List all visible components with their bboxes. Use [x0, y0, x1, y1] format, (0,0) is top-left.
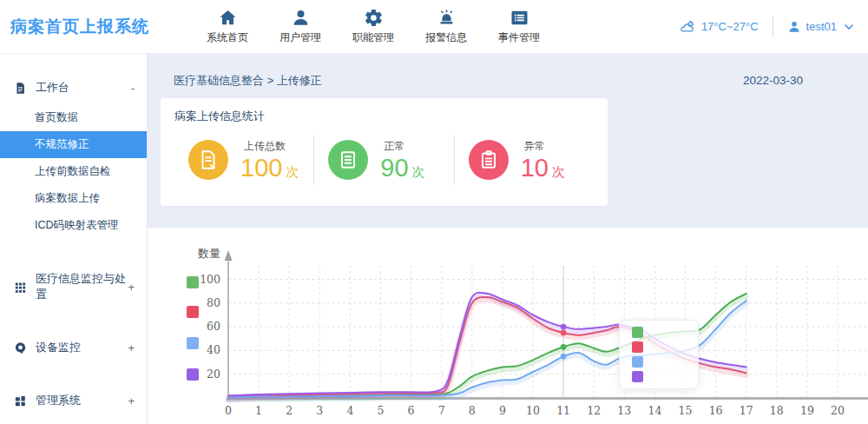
stat-unit: 次: [286, 164, 299, 179]
nav-label: 系统首页: [207, 30, 248, 45]
svg-text:2: 2: [286, 404, 293, 417]
sidebar-section-device-monitor[interactable]: 设备监控 +: [0, 335, 147, 361]
grid-icon: [14, 281, 27, 294]
sidebar-item-precheck[interactable]: 上传前数据自检: [0, 158, 147, 185]
svg-text:0: 0: [225, 404, 232, 417]
svg-text:80: 80: [207, 296, 220, 309]
device-monitor-icon: [14, 341, 27, 354]
alarm-icon: [437, 8, 457, 28]
legend-swatch-purple[interactable]: [187, 368, 199, 381]
document-icon: [14, 82, 27, 95]
svg-text:4: 4: [346, 404, 353, 417]
sidebar-section-medical-monitor[interactable]: 医疗信息监控与处置 +: [0, 266, 147, 308]
svg-text:7: 7: [438, 404, 445, 417]
nav-item-function-mgmt[interactable]: 职能管理: [352, 8, 395, 45]
stat-texts: 上传总数 100次: [240, 139, 299, 181]
tooltip-swatch-red: [632, 341, 643, 353]
legend-swatch-blue[interactable]: [187, 337, 199, 349]
header-divider: [773, 17, 773, 37]
stat-unit: 次: [412, 164, 425, 179]
svg-text:100: 100: [200, 273, 220, 286]
stat-total-circle: [188, 140, 228, 180]
nav-label: 用户管理: [279, 30, 321, 45]
legend-swatch-red[interactable]: [187, 306, 199, 318]
app-title: 病案首页上报系统: [10, 16, 206, 38]
upload-stats-card: 病案上传信息统计 上传总数 100次: [161, 98, 608, 206]
svg-text:16: 16: [709, 404, 723, 417]
svg-text:18: 18: [770, 404, 784, 417]
svg-text:40: 40: [207, 343, 220, 356]
svg-text:12: 12: [587, 404, 601, 417]
stats-row: 上传总数 100次 正常 90次: [174, 135, 594, 185]
breadcrumb-current: 上传修正: [277, 74, 322, 87]
svg-text:6: 6: [408, 404, 415, 417]
sidebar-item-nonstandard-fix[interactable]: 不规范修正: [0, 131, 147, 158]
tooltip-swatch-green: [632, 327, 643, 338]
svg-text:60: 60: [207, 320, 220, 333]
stat-label: 异常: [521, 139, 565, 154]
stat-value: 100: [240, 154, 282, 182]
sidebar-submenu: 首页数据 不规范修正 上传前数据自检 病案数据上传 ICD码映射表管理: [0, 104, 147, 239]
user-icon: [787, 20, 801, 34]
top-nav: 系统首页 用户管理 职能管理 报警信息 事件管理: [206, 8, 541, 45]
tooltip-swatch-purple: [632, 371, 643, 382]
sidebar-item-homepage-data[interactable]: 首页数据: [0, 104, 147, 131]
nav-label: 事件管理: [498, 30, 540, 45]
legend-swatch-green[interactable]: [187, 276, 199, 288]
expand-toggle[interactable]: +: [128, 281, 135, 294]
tooltip-swatch-blue: [632, 356, 643, 368]
collapse-toggle[interactable]: -: [131, 82, 135, 95]
stat-label: 上传总数: [240, 139, 299, 154]
line-chart-canvas[interactable]: 数量01234567891011121314151617181920204060…: [148, 228, 868, 424]
upload-trend-chart: 数量01234567891011121314151617181920204060…: [148, 228, 868, 424]
sidebar-item-record-upload[interactable]: 病案数据上传: [0, 185, 147, 212]
sidebar-item-icd-mapping[interactable]: ICD码映射表管理: [0, 212, 147, 239]
file-icon: [197, 149, 220, 171]
stat-total-uploads: 上传总数 100次: [174, 139, 313, 181]
svg-text:19: 19: [800, 404, 814, 417]
weather-icon: [681, 19, 696, 35]
svg-text:8: 8: [469, 404, 476, 417]
document-lines-icon: [337, 149, 359, 171]
chart-tooltip: [619, 320, 699, 389]
sidebar-section-label: 医疗信息监控与处置: [36, 271, 128, 302]
expand-toggle[interactable]: +: [128, 394, 135, 407]
user-menu[interactable]: test01: [787, 20, 856, 34]
temperature-range: 17°C~27°C: [701, 20, 759, 33]
nav-label: 报警信息: [425, 30, 467, 45]
stat-normal: 正常 90次: [314, 139, 453, 181]
svg-text:11: 11: [556, 404, 570, 417]
sidebar: 工作台 - 首页数据 不规范修正 上传前数据自检 病案数据上传 ICD码映射表管…: [0, 54, 148, 424]
stat-abnormal: 异常 10次: [455, 139, 594, 181]
sidebar-section-label: 设备监控: [36, 340, 81, 355]
stat-normal-circle: [328, 140, 368, 180]
list-icon: [510, 8, 529, 28]
page-date: 2022-03-30: [743, 74, 803, 87]
breadcrumb-parent[interactable]: 医疗基础信息整合: [174, 74, 264, 87]
svg-text:13: 13: [617, 404, 631, 417]
main-content: 医疗基础信息整合 > 上传修正 2022-03-30 病案上传信息统计 上传总数…: [148, 54, 868, 424]
expand-toggle[interactable]: +: [128, 341, 135, 354]
nav-item-system-home[interactable]: 系统首页: [206, 8, 249, 45]
nav-item-user-mgmt[interactable]: 用户管理: [279, 8, 322, 45]
username: test01: [806, 20, 837, 33]
content-top-zone: 医疗基础信息整合 > 上传修正 2022-03-30 病案上传信息统计 上传总数…: [148, 54, 868, 228]
sidebar-section-mgmt-system[interactable]: 管理系统 +: [0, 388, 147, 414]
sidebar-section-workbench[interactable]: 工作台 -: [0, 75, 147, 101]
user-icon: [291, 8, 311, 28]
breadcrumb: 医疗基础信息整合 > 上传修正: [174, 73, 322, 89]
chart-legend: [187, 228, 201, 424]
svg-text:15: 15: [679, 404, 693, 417]
svg-text:17: 17: [740, 404, 753, 417]
nav-item-alarm-info[interactable]: 报警信息: [424, 8, 468, 45]
nav-item-event-mgmt[interactable]: 事件管理: [497, 8, 541, 45]
nav-label: 职能管理: [352, 30, 394, 45]
svg-text:9: 9: [499, 404, 506, 417]
svg-text:14: 14: [648, 404, 661, 417]
chevron-down-icon: [842, 20, 856, 34]
sidebar-section-label: 工作台: [36, 80, 69, 96]
svg-text:3: 3: [316, 404, 323, 417]
gear-icon: [364, 8, 384, 28]
header-right: 17°C~27°C test01: [681, 17, 856, 37]
stat-texts: 正常 90次: [380, 139, 424, 181]
